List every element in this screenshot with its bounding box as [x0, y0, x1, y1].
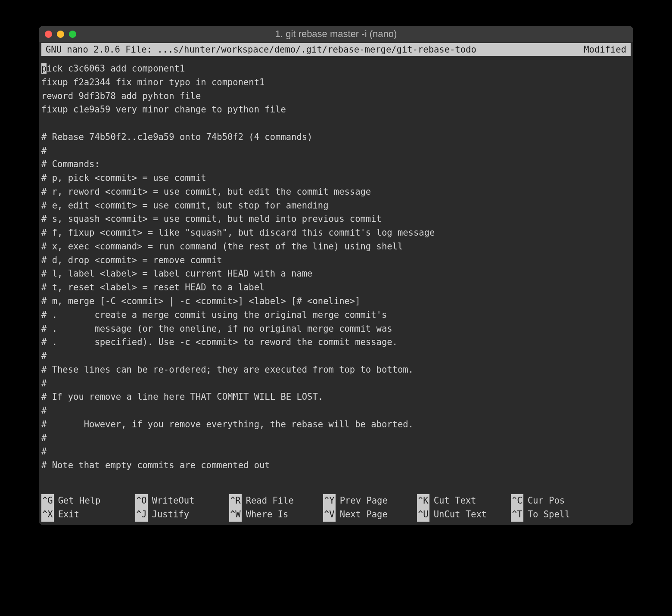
- nano-app-version: GNU nano 2.0.6: [46, 44, 120, 55]
- shortcut-label: To Spell: [528, 508, 570, 522]
- nano-shortcut: ^WWhere Is: [229, 508, 323, 522]
- shortcut-key: ^T: [511, 508, 523, 522]
- editor-line[interactable]: # Note that empty commits are commented …: [41, 459, 631, 473]
- editor-line[interactable]: #: [41, 144, 631, 158]
- shortcut-label: Read File: [246, 494, 294, 508]
- editor-line[interactable]: #: [41, 404, 631, 418]
- shortcut-key: ^G: [41, 494, 54, 508]
- close-button[interactable]: [45, 31, 52, 38]
- nano-shortcut-bar: ^GGet Help^OWriteOut^RRead File^YPrev Pa…: [39, 490, 633, 525]
- shortcut-label: Get Help: [58, 494, 101, 508]
- editor-line[interactable]: # l, label <label> = label current HEAD …: [41, 267, 631, 281]
- editor-line[interactable]: # If you remove a line here THAT COMMIT …: [41, 390, 631, 404]
- editor-line[interactable]: reword 9df3b78 add pyhton file: [41, 90, 631, 103]
- shortcut-label: Next Page: [340, 508, 388, 522]
- shortcut-label: Where Is: [246, 508, 289, 522]
- editor-line[interactable]: # These lines can be re-ordered; they ar…: [41, 363, 631, 377]
- terminal-window: 1. git rebase master -i (nano) GNU nano …: [39, 26, 633, 525]
- nano-shortcut: ^TTo Spell: [511, 508, 605, 522]
- shortcut-key: ^O: [135, 494, 148, 508]
- nano-shortcut: ^KCut Text: [417, 494, 511, 508]
- window-titlebar: 1. git rebase master -i (nano): [39, 26, 633, 42]
- traffic-lights: [45, 31, 76, 38]
- nano-modified-status: Modified: [584, 44, 626, 55]
- nano-editor-area[interactable]: pick c3c6063 add component1fixup f2a2344…: [39, 56, 633, 473]
- nano-shortcut: ^RRead File: [229, 494, 323, 508]
- shortcut-key: ^W: [229, 508, 242, 522]
- nano-header-bar: GNU nano 2.0.6 File: ...s/hunter/workspa…: [41, 43, 631, 56]
- editor-line[interactable]: fixup f2a2344 fix minor typo in componen…: [41, 76, 631, 90]
- nano-shortcut: ^YPrev Page: [323, 494, 417, 508]
- editor-line[interactable]: # However, if you remove everything, the…: [41, 418, 631, 432]
- editor-line[interactable]: #: [41, 349, 631, 363]
- editor-line[interactable]: # r, reword <commit> = use commit, but e…: [41, 185, 631, 199]
- nano-shortcut: ^CCur Pos: [511, 494, 605, 508]
- shortcut-key: ^J: [135, 508, 148, 522]
- editor-line[interactable]: # m, merge [-C <commit> | -c <commit>] <…: [41, 295, 631, 308]
- editor-line[interactable]: # t, reset <label> = reset HEAD to a lab…: [41, 281, 631, 295]
- shortcut-key: ^U: [417, 508, 429, 522]
- editor-line[interactable]: # Commands:: [41, 158, 631, 171]
- editor-line[interactable]: # . message (or the oneline, if no origi…: [41, 322, 631, 336]
- editor-line[interactable]: #: [41, 432, 631, 445]
- editor-line[interactable]: #: [41, 377, 631, 391]
- shortcut-label: Justify: [152, 508, 189, 522]
- nano-shortcut: ^JJustify: [135, 508, 229, 522]
- shortcut-label: UnCut Text: [434, 508, 487, 522]
- shortcut-key: ^C: [511, 494, 523, 508]
- minimize-button[interactable]: [57, 31, 64, 38]
- nano-shortcut: ^VNext Page: [323, 508, 417, 522]
- editor-line[interactable]: # e, edit <commit> = use commit, but sto…: [41, 199, 631, 213]
- shortcut-row-1: ^GGet Help^OWriteOut^RRead File^YPrev Pa…: [41, 494, 631, 508]
- window-title: 1. git rebase master -i (nano): [275, 28, 397, 40]
- nano-shortcut: ^XExit: [41, 508, 135, 522]
- shortcut-label: Cur Pos: [528, 494, 565, 508]
- shortcut-key: ^Y: [323, 494, 336, 508]
- editor-line[interactable]: pick c3c6063 add component1: [41, 62, 631, 76]
- editor-line[interactable]: # Rebase 74b50f2..c1e9a59 onto 74b50f2 (…: [41, 131, 631, 144]
- nano-shortcut: ^GGet Help: [41, 494, 135, 508]
- nano-shortcut: ^OWriteOut: [135, 494, 229, 508]
- editor-line[interactable]: # . create a merge commit using the orig…: [41, 308, 631, 322]
- editor-line[interactable]: # f, fixup <commit> = like "squash", but…: [41, 226, 631, 240]
- nano-shortcut: ^UUnCut Text: [417, 508, 511, 522]
- editor-line[interactable]: #: [41, 445, 631, 459]
- shortcut-label: WriteOut: [152, 494, 195, 508]
- shortcut-row-2: ^XExit^JJustify^WWhere Is^VNext Page^UUn…: [41, 508, 631, 522]
- nano-file-label: File:: [125, 44, 152, 55]
- shortcut-label: Cut Text: [434, 494, 476, 508]
- editor-line[interactable]: # . specified). Use -c <commit> to rewor…: [41, 336, 631, 349]
- shortcut-label: Exit: [58, 508, 79, 522]
- editor-line[interactable]: # x, exec <command> = run command (the r…: [41, 240, 631, 254]
- editor-line[interactable]: # p, pick <commit> = use commit: [41, 171, 631, 185]
- editor-line[interactable]: fixup c1e9a59 very minor change to pytho…: [41, 103, 631, 117]
- shortcut-key: ^K: [417, 494, 429, 508]
- shortcut-key: ^X: [41, 508, 54, 522]
- nano-file-path: ...s/hunter/workspace/demo/.git/rebase-m…: [157, 44, 476, 55]
- shortcut-label: Prev Page: [340, 494, 388, 508]
- editor-line[interactable]: [41, 117, 631, 131]
- shortcut-key: ^R: [229, 494, 242, 508]
- zoom-button[interactable]: [69, 31, 76, 38]
- shortcut-key: ^V: [323, 508, 336, 522]
- text-cursor: p: [41, 63, 47, 74]
- editor-line[interactable]: # d, drop <commit> = remove commit: [41, 254, 631, 268]
- editor-line[interactable]: # s, squash <commit> = use commit, but m…: [41, 212, 631, 226]
